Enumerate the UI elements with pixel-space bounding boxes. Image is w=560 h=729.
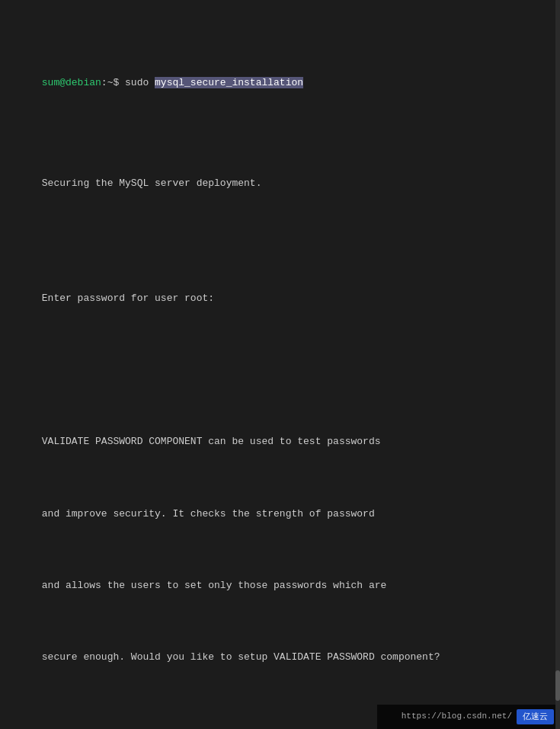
bottom-bar: https://blog.csdn.net/ 亿速云 — [377, 705, 560, 729]
terminal-window: sum@debian:~$ sudo mysql_secure_installa… — [0, 0, 560, 729]
output-line-6: and improve security. It checks the stre… — [6, 493, 554, 536]
output-line-2 — [6, 235, 554, 249]
cmd-highlight: mysql_secure_installation — [155, 77, 303, 88]
output-line-7: and allows the users to set only those p… — [6, 564, 554, 608]
output-line-4 — [6, 349, 554, 363]
output-line-5: VALIDATE PASSWORD COMPONENT can be used … — [6, 420, 554, 464]
yiyun-badge: 亿速云 — [517, 709, 554, 724]
scrollbar[interactable] — [555, 0, 560, 729]
output-line-3: Enter password for user root: — [6, 277, 554, 321]
command-line: sum@debian:~$ sudo mysql_secure_installa… — [6, 62, 554, 105]
prompt-user: sum@debian — [42, 77, 101, 88]
bottom-url: https://blog.csdn.net/ — [402, 711, 512, 723]
output-line-1: Securing the MySQL server deployment. — [6, 162, 554, 206]
cmd-sudo: sudo — [119, 77, 155, 88]
terminal-content: sum@debian:~$ sudo mysql_secure_installa… — [6, 5, 554, 729]
output-line-8: secure enough. Would you like to setup V… — [6, 636, 554, 679]
scrollbar-thumb[interactable] — [555, 670, 560, 701]
prompt-symbol: :~$ — [101, 77, 119, 88]
